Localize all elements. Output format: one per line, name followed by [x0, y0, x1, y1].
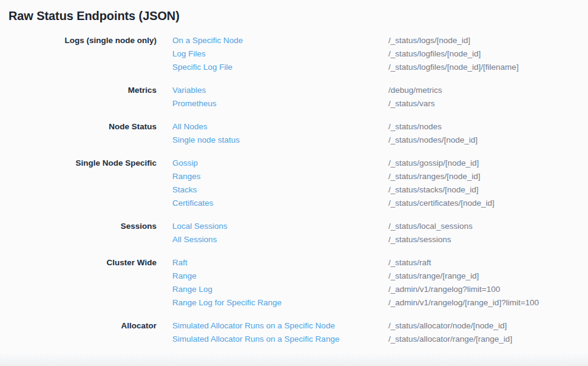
endpoint-link[interactable]: Raft — [172, 256, 373, 269]
endpoint-paths-column: /debug/metrics/_status/vars — [388, 84, 588, 110]
endpoint-path: /_status/local_sessions — [388, 220, 588, 233]
endpoint-link[interactable]: Prometheus — [172, 97, 373, 110]
endpoint-link[interactable]: Simulated Allocator Runs on a Specific N… — [172, 319, 373, 333]
endpoint-path: /_status/vars — [388, 97, 588, 110]
endpoint-link[interactable]: Range Log for Specific Range — [172, 296, 373, 310]
endpoint-section: SessionsLocal SessionsAll Sessions/_stat… — [0, 220, 588, 246]
endpoint-paths-column: /_status/gossip/[node_id]/_status/ranges… — [388, 157, 588, 210]
endpoint-path: /_status/gossip/[node_id] — [388, 157, 588, 170]
category-label: Node Status — [0, 120, 157, 147]
endpoint-path: /_status/range/[range_id] — [388, 269, 588, 283]
category-label: Logs (single node only) — [0, 34, 157, 74]
endpoint-links-column: Local SessionsAll Sessions — [172, 220, 373, 246]
endpoint-path: /debug/metrics — [388, 84, 588, 97]
endpoint-paths-column: /_status/local_sessions/_status/sessions — [388, 220, 588, 246]
endpoint-path: /_status/nodes — [388, 120, 588, 134]
endpoint-link[interactable]: Specific Log File — [172, 61, 373, 74]
endpoint-path: /_status/nodes/[node_id] — [388, 134, 588, 147]
endpoint-section: AllocatorSimulated Allocator Runs on a S… — [0, 319, 588, 346]
endpoint-section: Cluster WideRaftRangeRange LogRange Log … — [0, 256, 588, 310]
endpoint-links-column: All NodesSingle node status — [172, 120, 373, 147]
category-label: Allocator — [0, 319, 157, 346]
page-title: Raw Status Endpoints (JSON) — [0, 0, 588, 24]
endpoint-path: /_admin/v1/rangelog?limit=100 — [388, 283, 588, 296]
endpoint-links-column: On a Specific NodeLog FilesSpecific Log … — [172, 34, 373, 74]
endpoint-link[interactable]: Log Files — [172, 47, 373, 61]
endpoint-path: /_status/logs/[node_id] — [388, 34, 588, 47]
endpoint-paths-column: /_status/allocator/node/[node_id]/_statu… — [388, 319, 588, 346]
endpoint-link[interactable]: Certificates — [172, 197, 373, 210]
category-label: Sessions — [0, 220, 157, 246]
endpoint-paths-column: /_status/raft/_status/range/[range_id]/_… — [388, 256, 588, 310]
endpoint-path: /_status/logfiles/[node_id]/[filename] — [388, 61, 588, 74]
endpoint-path: /_status/allocator/range/[range_id] — [388, 333, 588, 346]
endpoint-link[interactable]: All Nodes — [172, 120, 373, 134]
endpoint-link[interactable]: Simulated Allocator Runs on a Specific R… — [172, 333, 373, 346]
endpoint-path: /_status/ranges/[node_id] — [388, 170, 588, 183]
debug-page: Raw Status Endpoints (JSON) Logs (single… — [0, 0, 588, 366]
category-label: Single Node Specific — [0, 157, 157, 210]
endpoint-section: Logs (single node only)On a Specific Nod… — [0, 34, 588, 74]
endpoint-link[interactable]: Range — [172, 269, 373, 283]
endpoint-link[interactable]: Local Sessions — [172, 220, 373, 233]
endpoints-table: Logs (single node only)On a Specific Nod… — [0, 34, 588, 346]
endpoint-path: /_status/logfiles/[node_id] — [388, 47, 588, 61]
endpoint-links-column: GossipRangesStacksCertificates — [172, 157, 373, 210]
endpoint-link[interactable]: Ranges — [172, 170, 373, 183]
endpoint-links-column: Simulated Allocator Runs on a Specific N… — [172, 319, 373, 346]
endpoint-section: Node StatusAll NodesSingle node status/_… — [0, 120, 588, 147]
endpoint-path: /_status/sessions — [388, 233, 588, 246]
endpoint-path: /_status/certificates/[node_id] — [388, 197, 588, 210]
category-label: Cluster Wide — [0, 256, 157, 310]
endpoint-path: /_admin/v1/rangelog/[range_id]?limit=100 — [388, 296, 588, 310]
endpoint-path: /_status/raft — [388, 256, 588, 269]
endpoint-paths-column: /_status/logs/[node_id]/_status/logfiles… — [388, 34, 588, 74]
endpoint-paths-column: /_status/nodes/_status/nodes/[node_id] — [388, 120, 588, 147]
endpoint-links-column: VariablesPrometheus — [172, 84, 373, 110]
endpoint-path: /_status/stacks/[node_id] — [388, 183, 588, 197]
endpoint-links-column: RaftRangeRange LogRange Log for Specific… — [172, 256, 373, 310]
endpoint-link[interactable]: Stacks — [172, 183, 373, 197]
endpoint-link[interactable]: Gossip — [172, 157, 373, 170]
endpoint-section: Single Node SpecificGossipRangesStacksCe… — [0, 157, 588, 210]
endpoint-link[interactable]: Range Log — [172, 283, 373, 296]
footer-band — [0, 353, 588, 366]
endpoint-link[interactable]: Single node status — [172, 134, 373, 147]
endpoint-path: /_status/allocator/node/[node_id] — [388, 319, 588, 333]
endpoint-link[interactable]: Variables — [172, 84, 373, 97]
category-label: Metrics — [0, 84, 157, 110]
endpoint-section: MetricsVariablesPrometheus/debug/metrics… — [0, 84, 588, 110]
endpoint-link[interactable]: On a Specific Node — [172, 34, 373, 47]
endpoint-link[interactable]: All Sessions — [172, 233, 373, 246]
